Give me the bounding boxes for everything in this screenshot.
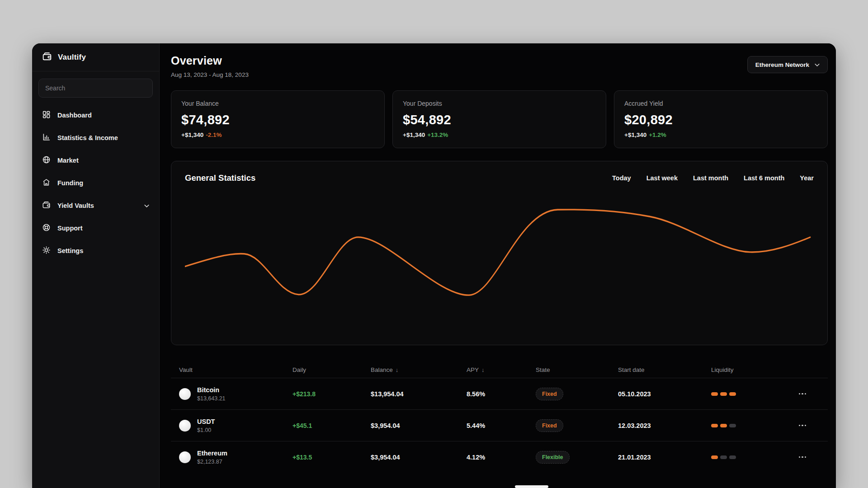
globe-icon [42,155,51,165]
range-tab-last-week[interactable]: Last week [646,174,678,182]
sidebar-item-label: Support [57,225,83,232]
vault-price: $2,123.87 [197,459,227,465]
vault-name: Bitcoin [197,386,226,394]
stat-card-label: Your Balance [181,100,374,107]
stat-card-value: $20,892 [624,113,817,127]
general-statistics-panel: General Statistics Today Last week Last … [171,161,828,345]
range-tab-last-month[interactable]: Last month [693,174,728,182]
delta-percent: +1.2% [649,131,666,138]
table-header-row: Vault Daily Balance↓ APY↓ State Start da… [171,361,828,378]
vault-price: $1.00 [197,427,215,433]
sidebar-item-label: Dashboard [57,112,92,119]
network-selector-button[interactable]: Ethereum Network [747,56,828,73]
liquidity-dash-on [729,392,736,396]
table-row-bitcoin[interactable]: Bitcoin $13,643.21 +$213.8 $13,954.04 8.… [171,378,828,409]
apy-value: 5.44% [467,422,536,429]
liquidity-indicator [711,424,793,427]
column-header-vault[interactable]: Vault [179,366,292,373]
state-badge: Fixed [536,419,563,432]
state-badge: Flexible [536,451,570,464]
table-row-ethereum[interactable]: Ethereum $2,123.87 +$13.5 $3,954.04 4.12… [171,441,828,473]
app-logo: Vaultify [32,43,159,71]
daily-change: +$213.8 [292,390,371,398]
stat-card-delta: +$1,340+13.2% [403,131,596,138]
apy-value: 8.56% [467,390,536,398]
lifebuoy-icon [42,223,51,233]
sidebar-item-market[interactable]: Market [32,149,159,172]
horizontal-scrollbar[interactable] [515,485,548,488]
sort-down-icon: ↓ [481,366,485,373]
state-badge: Fixed [536,388,563,400]
row-actions-button[interactable] [793,451,811,464]
sidebar-nav: Dashboard Statistics & Income [32,104,159,262]
liquidity-dash-on [720,392,727,396]
range-tab-last-6-month[interactable]: Last 6 month [744,174,784,182]
row-actions-button[interactable] [793,388,811,400]
liquidity-dash-off [729,455,736,459]
vault-avatar [179,451,191,463]
dashboard-icon [42,110,51,120]
stat-card-label: Accrued Yield [624,100,817,107]
stat-cards: Your Balance $74,892 +$1,340-2.1% Your D… [171,90,828,148]
daily-change: +$45.1 [292,422,371,429]
sidebar-item-label: Settings [57,247,83,254]
statistics-line-chart [185,195,814,327]
chart-title: General Statistics [185,173,255,183]
wallet-logo-icon [42,52,52,63]
vault-name: USDT [197,418,215,426]
table-row-usdt[interactable]: USDT $1.00 +$45.1 $3,954.04 5.44% Fixed … [171,409,828,441]
sidebar-item-label: Yield Vaults [57,202,94,209]
liquidity-indicator [711,392,793,396]
bank-icon [42,178,51,188]
column-header-daily[interactable]: Daily [292,366,371,373]
liquidity-indicator [711,455,793,459]
stat-card-value: $74,892 [181,113,374,127]
range-tab-today[interactable]: Today [612,174,631,182]
range-tab-year[interactable]: Year [800,174,814,182]
row-actions-button[interactable] [793,419,811,432]
date-range: Aug 13, 2023 - Aug 18, 2023 [171,71,249,78]
liquidity-dash-on [720,424,727,427]
sidebar: Vaultify Dashboard [32,43,160,488]
stat-card-deposits: Your Deposits $54,892 +$1,340+13.2% [392,90,606,148]
column-header-balance[interactable]: Balance↓ [371,366,467,373]
delta-percent: +13.2% [427,131,448,138]
network-selector-label: Ethereum Network [755,61,809,68]
stat-card-value: $54,892 [403,113,596,127]
liquidity-dash-off [720,455,727,459]
balance-value: $3,954.04 [371,454,467,461]
column-header-apy[interactable]: APY↓ [467,366,536,373]
chevron-down-icon [815,61,820,68]
sidebar-item-statistics-income[interactable]: Statistics & Income [32,127,159,149]
search-input[interactable] [38,79,153,98]
sidebar-item-label: Funding [57,179,83,187]
stat-card-delta: +$1,340+1.2% [624,131,817,138]
column-header-start-date[interactable]: Start date [618,366,711,373]
page-title: Overview [171,54,249,67]
stat-card-delta: +$1,340-2.1% [181,131,374,138]
app-window: Vaultify Dashboard [32,43,836,488]
start-date: 12.03.2023 [618,422,711,429]
start-date: 21.01.2023 [618,454,711,461]
sidebar-item-yield-vaults[interactable]: Yield Vaults [32,194,159,217]
vault-avatar [179,388,191,400]
main-content: Overview Aug 13, 2023 - Aug 18, 2023 Eth… [160,43,836,488]
sidebar-item-settings[interactable]: Settings [32,239,159,262]
chart-range-tabs: Today Last week Last month Last 6 month … [612,174,814,182]
balance-value: $13,954.04 [371,390,467,398]
sidebar-item-dashboard[interactable]: Dashboard [32,104,159,127]
chevron-down-icon [144,202,149,209]
vault-avatar [179,420,191,432]
sidebar-item-funding[interactable]: Funding [32,172,159,194]
column-header-liquidity[interactable]: Liquidity [711,366,793,373]
bar-chart-icon [42,133,51,143]
liquidity-dash-off [729,424,736,427]
stat-card-balance: Your Balance $74,892 +$1,340-2.1% [171,90,385,148]
start-date: 05.10.2023 [618,390,711,398]
sidebar-item-label: Market [57,157,79,164]
gear-icon [42,246,51,256]
sidebar-item-support[interactable]: Support [32,217,159,239]
liquidity-dash-on [711,424,718,427]
stat-card-label: Your Deposits [403,100,596,107]
column-header-state[interactable]: State [536,366,618,373]
